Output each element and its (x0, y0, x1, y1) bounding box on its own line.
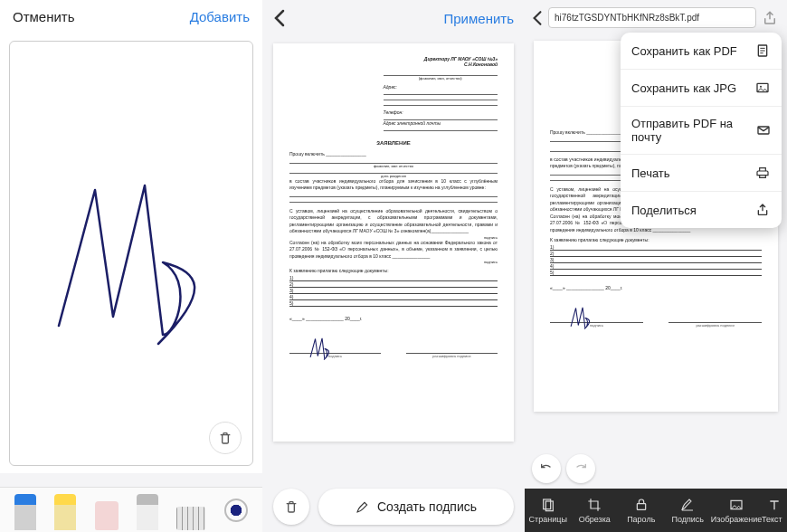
tab-image-label: Изображение (711, 515, 763, 524)
lock-icon (633, 497, 650, 513)
tab-image[interactable]: Изображение (711, 497, 762, 524)
share-icon (754, 202, 771, 218)
image-icon (728, 497, 744, 513)
signature-row: подпись расшифровка подписи (289, 337, 498, 358)
tab-sign[interactable]: Подпись (665, 497, 712, 524)
doc-p1: Прошу включить ________________ (289, 151, 366, 157)
undo-icon (539, 461, 554, 476)
pages-icon (540, 497, 556, 513)
page-icon (754, 43, 771, 59)
tab-crop-label: Обрезка (579, 515, 611, 524)
menu-share-label: Поделиться (631, 204, 697, 217)
menu-print[interactable]: Печать (621, 155, 782, 192)
tab-crop[interactable]: Обрезка (572, 497, 619, 524)
tab-text-label: Текст (762, 515, 787, 524)
doc-attach: К заявлению прилагаю следующие документы… (289, 268, 498, 275)
menu-save-pdf-label: Сохранить как PDF (631, 44, 737, 58)
signature-canvas-wrap (0, 33, 262, 473)
trash-icon (218, 431, 232, 445)
tel-label: Телефон: (384, 109, 403, 115)
back-button[interactable] (273, 9, 286, 27)
doc-p4b: подпись (289, 260, 498, 264)
ruler-tool[interactable] (176, 507, 205, 530)
applied-signature-icon (293, 334, 347, 361)
addr-label: Адрес: (384, 84, 398, 90)
fio-caption: (фамилия, имя, отчество) (384, 76, 498, 81)
text-icon (766, 497, 782, 513)
menu-save-pdf[interactable]: Сохранить как PDF (621, 33, 782, 70)
topbar: Отменить Добавить (0, 0, 262, 33)
undo-button[interactable] (532, 454, 561, 483)
signature-canvas[interactable] (9, 41, 253, 466)
svg-point-2 (760, 86, 762, 88)
doc-title: ЗАЯВЛЕНИЕ (289, 140, 498, 146)
trash-button[interactable] (273, 489, 309, 525)
tab-pages[interactable]: Страницы (525, 497, 572, 524)
signature-stroke (41, 154, 222, 353)
menu-send-pdf[interactable]: Отправить PDF на почту (621, 107, 782, 155)
tab-password[interactable]: Пароль (618, 497, 665, 524)
undo-redo-row (532, 454, 595, 483)
tab-password-label: Пароль (627, 515, 655, 524)
redo-icon (574, 461, 588, 476)
menu-print-label: Печать (631, 166, 670, 180)
add-button[interactable]: Добавить (190, 9, 250, 24)
pencil-tool[interactable] (137, 494, 158, 530)
tab-pages-label: Страницы (529, 515, 567, 524)
delete-signature-button[interactable] (209, 422, 242, 454)
doc-attachment-list: 1) 2) 3) 4) 5) (289, 275, 498, 307)
highlighter-tool[interactable] (54, 494, 76, 530)
share-icon (762, 10, 778, 26)
drawing-toolbar (0, 487, 262, 532)
sig-right-caption: расшифровка подписи (406, 354, 498, 358)
menu-save-jpg-label: Сохранить как JPG (631, 81, 736, 95)
redo-button[interactable] (566, 454, 595, 483)
eraser-tool[interactable] (95, 501, 119, 530)
signature-icon (679, 497, 696, 513)
signature-editor-panel: Отменить Добавить (0, 0, 262, 532)
doc-p2: в состав участников индивидуального отбо… (289, 178, 498, 192)
share-button[interactable] (762, 10, 780, 26)
topbar: hi76tzTGSDYNTbHKfNRz8sBkT.pdf (525, 0, 787, 35)
topbar: Применить (262, 0, 525, 36)
bottom-actions: Создать подпись (262, 489, 525, 525)
doc-p4: Согласен (на) на обработку моих персонал… (289, 240, 498, 261)
svg-rect-6 (637, 504, 645, 510)
applied-signature-icon (554, 303, 608, 330)
pen-nib-icon (356, 499, 370, 514)
tab-text[interactable]: Текст (762, 497, 787, 524)
menu-save-jpg[interactable]: Сохранить как JPG (621, 70, 782, 107)
crop-icon (586, 497, 602, 513)
create-signature-label: Создать подпись (377, 499, 477, 514)
tab-sign-label: Подпись (671, 515, 704, 524)
email-label: Адрес электронной почты (384, 120, 441, 126)
file-actions-panel: hi76tzTGSDYNTbHKfNRz8sBkT.pdf Сохранить … (525, 0, 787, 532)
document-page[interactable]: Директору ЛГ МАОУ «СОШ №3» С.Н.Кононовой… (273, 43, 514, 442)
image-icon (754, 80, 771, 96)
chevron-left-icon (273, 9, 286, 27)
printer-icon (754, 165, 771, 181)
color-picker[interactable] (224, 499, 248, 522)
mail-icon (755, 122, 771, 138)
filename-field[interactable]: hi76tzTGSDYNTbHKfNRz8sBkT.pdf (548, 7, 756, 28)
actions-dropdown: Сохранить как PDF Сохранить как JPG Отпр… (621, 33, 782, 228)
menu-send-pdf-label: Отправить PDF на почту (631, 117, 755, 144)
document-apply-panel: Применить Директору ЛГ МАОУ «СОШ №3» С.Н… (262, 0, 525, 532)
create-signature-button[interactable]: Создать подпись (318, 489, 514, 525)
bottom-tabbar: Страницы Обрезка Пароль Подпись Изображе… (525, 489, 787, 532)
cancel-button[interactable]: Отменить (13, 9, 75, 24)
doc-date: «____» _______________ 20____г. (289, 316, 498, 321)
pen-tool[interactable] (14, 494, 36, 530)
menu-share[interactable]: Поделиться (621, 192, 782, 228)
apply-button[interactable]: Применить (443, 11, 514, 26)
back-button[interactable] (532, 10, 543, 26)
chevron-left-icon (532, 10, 543, 26)
document-area: Директору ЛГ МАОУ «СОШ №3» С.Н.Кононовой… (262, 36, 525, 449)
trash-icon (284, 499, 299, 514)
doc-p3: С уставом, лицензией на осуществление об… (289, 208, 498, 235)
